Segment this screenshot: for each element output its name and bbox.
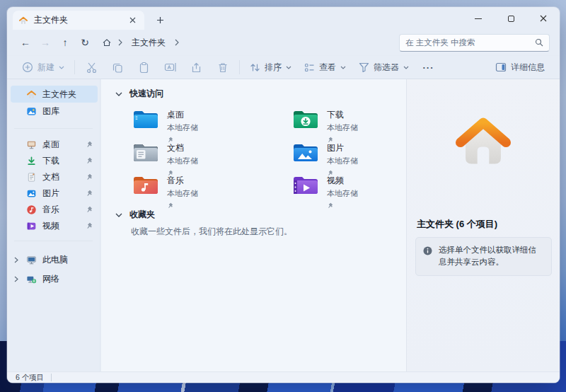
folder-music-icon bbox=[132, 175, 159, 212]
more-options-button[interactable]: ··· bbox=[415, 57, 441, 77]
pictures-icon bbox=[26, 188, 37, 199]
forward-button[interactable]: → bbox=[35, 33, 55, 52]
cut-icon bbox=[86, 62, 98, 74]
up-button[interactable]: ↑ bbox=[55, 33, 75, 52]
folder-tile-documents[interactable]: 文档 本地存储 bbox=[132, 142, 274, 179]
breadcrumb: 主文件夹 bbox=[102, 35, 179, 51]
sidebar-item-music[interactable]: 音乐 bbox=[11, 201, 98, 218]
minimize-icon bbox=[475, 18, 482, 19]
network-icon bbox=[26, 274, 37, 284]
cut-button[interactable] bbox=[79, 57, 105, 77]
share-icon bbox=[190, 62, 202, 74]
file-explorer-window: 主文件夹 ← → ↑ ↻ 主文件夹 bbox=[7, 7, 560, 383]
sidebar-item-documents[interactable]: 文档 bbox=[11, 168, 98, 185]
sidebar-item-this-pc[interactable]: 此电脑 bbox=[11, 251, 98, 268]
sidebar-item-label: 文档 bbox=[42, 171, 59, 183]
folder-documents-icon bbox=[132, 142, 159, 179]
filter-button[interactable]: 筛选器 bbox=[352, 57, 415, 77]
delete-button[interactable] bbox=[209, 57, 236, 77]
rename-button[interactable] bbox=[157, 57, 183, 77]
window-controls bbox=[462, 7, 560, 30]
chevron-down-icon bbox=[59, 66, 64, 69]
folder-tile-desktop[interactable]: 桌面 本地存储 bbox=[132, 109, 274, 146]
breadcrumb-separator-icon[interactable] bbox=[175, 39, 179, 46]
favorites-header[interactable]: 收藏夹 bbox=[115, 209, 155, 221]
sidebar-item-pictures[interactable]: 图片 bbox=[11, 185, 98, 202]
more-icon: ··· bbox=[423, 62, 434, 73]
tab-close-icon[interactable] bbox=[127, 14, 139, 26]
pin-icon bbox=[86, 173, 93, 180]
pin-icon bbox=[86, 222, 93, 229]
tile-name: 文档 bbox=[167, 142, 198, 154]
paste-button[interactable] bbox=[131, 57, 157, 77]
status-divider bbox=[51, 374, 52, 381]
sidebar-item-label: 此电脑 bbox=[42, 254, 68, 266]
sidebar-item-label: 图库 bbox=[42, 105, 59, 117]
filter-button-label: 筛选器 bbox=[374, 62, 399, 74]
tab-title: 主文件夹 bbox=[34, 14, 68, 26]
filter-funnel-icon bbox=[359, 62, 369, 72]
breadcrumb-home-icon[interactable] bbox=[102, 38, 112, 47]
plus-circle-icon bbox=[22, 62, 33, 73]
sidebar-item-gallery[interactable]: 图库 bbox=[11, 103, 98, 120]
sidebar-separator bbox=[14, 241, 93, 241]
downloads-icon bbox=[26, 156, 37, 166]
close-button[interactable] bbox=[527, 7, 560, 30]
details-pane: 主文件夹 (6 个项目) 选择单个文件以获取详细信息并共享云内容。 bbox=[406, 79, 560, 371]
paste-icon bbox=[138, 62, 150, 74]
details-pane-toggle[interactable]: 详细信息 bbox=[489, 57, 551, 77]
documents-icon bbox=[26, 172, 37, 183]
quick-access-title: 快速访问 bbox=[129, 88, 163, 100]
search-placeholder: 在 主文件夹 中搜索 bbox=[405, 38, 535, 48]
back-button[interactable]: ← bbox=[16, 33, 35, 52]
share-button[interactable] bbox=[183, 57, 209, 77]
folder-content-pane: 快速访问 桌面 本地存储 下载 本地存储 文档 本地存储 bbox=[101, 79, 406, 371]
sidebar-item-videos[interactable]: 视频 bbox=[11, 217, 98, 234]
tile-subtitle: 本地存储 bbox=[167, 122, 198, 133]
tile-name: 桌面 bbox=[167, 109, 198, 121]
view-button-label: 查看 bbox=[319, 62, 336, 74]
tile-name: 下载 bbox=[327, 109, 358, 121]
status-bar: 6 个项目 bbox=[7, 371, 560, 383]
refresh-button[interactable]: ↻ bbox=[75, 33, 95, 52]
details-toggle-label: 详细信息 bbox=[511, 62, 545, 74]
maximize-icon bbox=[508, 16, 514, 22]
sort-icon bbox=[250, 62, 260, 73]
new-button[interactable]: 新建 bbox=[16, 57, 71, 77]
item-count: 6 个项目 bbox=[16, 373, 44, 383]
tile-name: 音乐 bbox=[167, 175, 198, 187]
chevron-down-icon bbox=[340, 66, 346, 69]
close-icon bbox=[540, 15, 547, 22]
sidebar-separator bbox=[14, 128, 93, 129]
sidebar-item-network[interactable]: 网络 bbox=[11, 270, 98, 287]
chevron-down-icon bbox=[403, 66, 409, 69]
tab-bar: 主文件夹 bbox=[7, 7, 560, 30]
details-info-box: 选择单个文件以获取详细信息并共享云内容。 bbox=[415, 237, 552, 276]
maximize-button[interactable] bbox=[495, 7, 527, 30]
tile-name: 视频 bbox=[327, 175, 358, 187]
tile-subtitle: 本地存储 bbox=[167, 156, 198, 166]
tab-home-folder[interactable]: 主文件夹 bbox=[13, 11, 144, 30]
favorites-title: 收藏夹 bbox=[129, 209, 155, 221]
sort-button[interactable]: 排序 bbox=[243, 57, 298, 77]
expand-chevron-icon[interactable] bbox=[14, 276, 18, 282]
view-button[interactable]: 查看 bbox=[298, 57, 352, 77]
sidebar-item-downloads[interactable]: 下载 bbox=[11, 152, 98, 169]
breadcrumb-separator-icon bbox=[118, 39, 122, 46]
folder-tile-music[interactable]: 音乐 本地存储 bbox=[132, 175, 274, 212]
minimize-button[interactable] bbox=[462, 7, 495, 30]
sidebar-item-label: 视频 bbox=[42, 220, 59, 232]
sidebar-item-desktop[interactable]: 桌面 bbox=[11, 136, 98, 153]
search-input[interactable]: 在 主文件夹 中搜索 bbox=[399, 34, 550, 52]
expand-chevron-icon[interactable] bbox=[14, 257, 18, 263]
sidebar-item-label: 下载 bbox=[42, 155, 59, 167]
navigation-sidebar: 主文件夹 图库 桌面 下载 文档 图片 音乐 bbox=[7, 79, 100, 371]
breadcrumb-item-home[interactable]: 主文件夹 bbox=[129, 35, 168, 51]
new-tab-button[interactable] bbox=[153, 13, 167, 27]
sidebar-item-label: 网络 bbox=[42, 273, 59, 285]
chevron-down-icon bbox=[115, 92, 122, 96]
sidebar-item-home[interactable]: 主文件夹 bbox=[11, 86, 98, 103]
copy-button[interactable] bbox=[105, 57, 131, 77]
quick-access-header[interactable]: 快速访问 bbox=[115, 88, 163, 100]
tile-subtitle: 本地存储 bbox=[167, 188, 198, 199]
